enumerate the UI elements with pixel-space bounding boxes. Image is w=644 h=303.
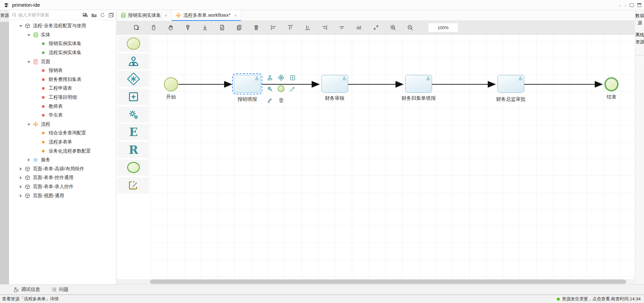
align-center-icon[interactable] xyxy=(338,24,345,31)
refresh-icon[interactable] xyxy=(100,12,105,18)
tree-item[interactable]: 业务化流程参数配置 xyxy=(9,146,116,156)
copy-icon[interactable] xyxy=(235,24,243,31)
tree-item[interactable]: 教师表 xyxy=(9,102,116,111)
node-start-event[interactable] xyxy=(164,77,178,91)
caret-down-icon[interactable] xyxy=(27,60,31,63)
tree-item[interactable]: 页面-表单-控件通用 xyxy=(9,173,116,182)
palette-end-event[interactable] xyxy=(118,160,149,176)
subprocess-icon[interactable] xyxy=(289,74,296,81)
palette-gateway[interactable] xyxy=(118,71,149,87)
service-task-icon[interactable] xyxy=(266,85,273,92)
tab-entity-set[interactable]: 报销实例实体集 × xyxy=(117,10,172,21)
tree-item[interactable]: 工程申请表 xyxy=(9,84,116,93)
align-left-icon[interactable] xyxy=(270,24,277,31)
new-folder-icon[interactable] xyxy=(91,13,97,17)
caret-right-icon[interactable] xyxy=(19,167,22,171)
palette-entity-element[interactable]: E xyxy=(118,124,149,140)
palette-service-task[interactable] xyxy=(118,106,149,123)
tab-debug-info[interactable]: 调试信息 xyxy=(13,287,40,293)
align-right-icon[interactable] xyxy=(321,24,328,31)
tree-item[interactable]: 流程 xyxy=(9,120,116,129)
rail-tab-offline-resources[interactable]: 离线资源 xyxy=(635,27,644,46)
tab-close-icon[interactable]: × xyxy=(234,13,237,18)
horizontal-scrollbar-thumb[interactable] xyxy=(150,279,626,284)
tree-item[interactable]: 页面 xyxy=(9,57,116,66)
zoom-level-field[interactable]: 100% xyxy=(428,23,458,32)
status-left-text[interactable]: 查看资源「流程多表单」详情 xyxy=(2,296,59,302)
node-label: 报销填报 xyxy=(224,96,271,102)
entity-dot-icon xyxy=(40,41,46,47)
tree-item[interactable]: 结合业务查询配置 xyxy=(9,129,116,138)
caret-right-icon[interactable] xyxy=(19,176,22,179)
zoom-out-icon[interactable] xyxy=(407,24,414,31)
marquee-icon[interactable] xyxy=(133,24,140,31)
import-icon[interactable] xyxy=(201,24,209,31)
tree-item[interactable]: 实体 xyxy=(9,31,116,40)
tree-item[interactable]: 页面-表单-录入控件 xyxy=(9,182,116,191)
fit-screen-icon[interactable] xyxy=(372,24,380,31)
caret-down-icon[interactable] xyxy=(27,123,31,126)
tree-item[interactable]: 报销表 xyxy=(9,66,116,75)
node-end-event[interactable] xyxy=(604,77,619,91)
delete-icon[interactable] xyxy=(277,96,285,104)
pointer-icon[interactable] xyxy=(150,24,157,31)
align-top-icon[interactable] xyxy=(287,24,294,31)
tree-item[interactable]: 流程-业务流程配置与使用 xyxy=(9,21,116,31)
zoom-in-icon[interactable] xyxy=(389,24,397,31)
caret-right-icon[interactable] xyxy=(27,158,31,162)
align-bottom-icon[interactable] xyxy=(304,24,311,31)
pan-icon[interactable] xyxy=(167,24,174,31)
new-file-icon[interactable] xyxy=(83,12,88,17)
module-icon xyxy=(24,193,31,199)
save-icon[interactable] xyxy=(637,3,641,7)
flow-icon xyxy=(176,13,181,18)
nav-forward-icon[interactable]: › xyxy=(625,3,626,8)
tree-item[interactable]: 流程多表单 xyxy=(9,138,116,147)
palette-rule-element[interactable]: R xyxy=(118,142,149,158)
tree-item[interactable]: 服务 xyxy=(9,156,116,165)
node-task-zongjian[interactable] xyxy=(497,75,524,93)
palette-start-event[interactable] xyxy=(118,36,149,52)
tree-item[interactable]: 财务费用归集表 xyxy=(9,75,116,84)
edit-icon[interactable] xyxy=(266,96,273,104)
user-task-icon[interactable] xyxy=(266,74,273,81)
tree-item[interactable]: 报销实例实体集 xyxy=(9,39,116,48)
palette-user-task[interactable] xyxy=(118,53,149,70)
workflow-canvas[interactable]: 开始 报销填报 财务审核 财务归集单填报 财务总监审批 结束 xyxy=(150,35,635,284)
caret-down-icon[interactable] xyxy=(27,33,31,37)
tree-item[interactable]: 页面-视图-通用 xyxy=(9,191,116,200)
rail-tab-resources[interactable]: 资源 xyxy=(0,10,9,22)
document-icon[interactable] xyxy=(218,24,226,31)
rail-tab-datasource[interactable]: 数据源 xyxy=(635,10,644,27)
tab-workflow[interactable]: 流程多表单.workflowx* × xyxy=(172,10,241,21)
caret-right-icon[interactable] xyxy=(19,185,22,188)
tree-item[interactable]: 学生表 xyxy=(9,111,116,120)
palette-subprocess[interactable] xyxy=(118,89,149,105)
node-task-shenhe[interactable] xyxy=(321,75,348,93)
delete-icon[interactable] xyxy=(253,24,260,31)
caret-right-icon[interactable] xyxy=(19,194,22,198)
palette-annotation[interactable] xyxy=(118,177,149,193)
tab-problems[interactable]: 问题 xyxy=(51,287,68,293)
search-row xyxy=(9,10,116,20)
collapse-all-icon[interactable] xyxy=(108,12,114,18)
flow-dot-icon xyxy=(40,130,46,136)
connector-icon[interactable] xyxy=(289,85,296,92)
tab-close-icon[interactable]: × xyxy=(165,13,167,18)
window-layout-icon[interactable] xyxy=(630,3,634,7)
node-task-guiji[interactable] xyxy=(405,75,432,93)
node-task-baoxiao[interactable] xyxy=(234,75,261,93)
format-brush-icon[interactable] xyxy=(184,24,192,31)
tree-item[interactable]: 页面-表单-高级/布局组件 xyxy=(9,165,116,174)
caret-down-icon[interactable] xyxy=(19,24,22,28)
tree-item[interactable]: 工程项目明细 xyxy=(9,93,116,102)
user-badge-icon xyxy=(426,76,430,81)
tree-item[interactable]: 流程实例实体集 xyxy=(9,48,116,57)
resource-sidebar: 流程-业务流程配置与使用 实体 报销实例实体集 流程实例实体集 页面 报销表 财… xyxy=(9,10,116,284)
nav-back-icon[interactable]: ‹ xyxy=(620,3,621,8)
end-event-icon[interactable] xyxy=(277,85,285,92)
gateway-icon[interactable] xyxy=(277,74,285,81)
status-right[interactable]: 资源发生变更，点击查看,检查时间:14:34 xyxy=(557,296,641,302)
search-input[interactable] xyxy=(18,12,83,17)
distribute-icon[interactable] xyxy=(355,24,363,31)
